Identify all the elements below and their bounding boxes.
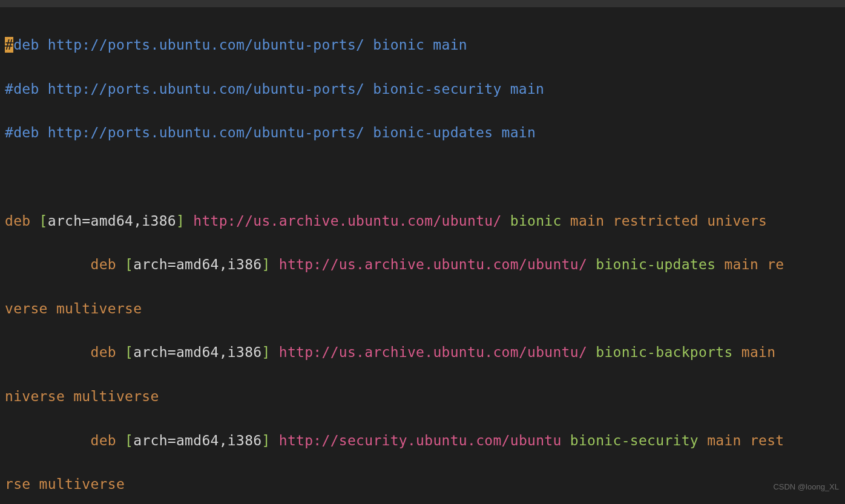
distro: bionic-security (570, 433, 699, 448)
repo-url: http://us.archive.ubuntu.com/ubuntu/ (279, 257, 587, 272)
deb-keyword: deb (90, 257, 116, 272)
space (562, 433, 570, 448)
arch-spec: arch=amd64,i386 (133, 433, 261, 448)
arch-spec: arch=amd64,i386 (48, 213, 176, 229)
cursor: # (5, 37, 13, 53)
blank-line (5, 166, 845, 188)
space (271, 433, 279, 448)
space (715, 257, 724, 272)
components: main re (724, 257, 784, 272)
repo-url: http://us.archive.ubuntu.com/ubuntu/ (279, 344, 587, 360)
bracket-open: [ (30, 213, 47, 229)
code-line: deb [arch=amd64,i386] http://us.archive.… (5, 254, 845, 275)
repo-url: http://security.ubuntu.com/ubuntu (279, 433, 562, 448)
arch-spec: arch=amd64,i386 (133, 257, 261, 272)
space (699, 433, 707, 448)
space (185, 213, 193, 229)
code-line: deb [arch=amd64,i386] http://security.ub… (5, 430, 845, 451)
comment-text: #deb http://ports.ubuntu.com/ubuntu-port… (5, 125, 536, 140)
space (271, 344, 279, 360)
bracket-close: ] (261, 344, 270, 360)
code-wrap: niverse multiverse (5, 385, 845, 407)
components: main (741, 344, 784, 360)
editor-viewport[interactable]: #deb http://ports.ubuntu.com/ubuntu-port… (0, 7, 845, 504)
comment-text: deb http://ports.ubuntu.com/ubuntu-ports… (13, 37, 467, 53)
space (502, 213, 510, 229)
space (587, 344, 596, 360)
code-line: #deb http://ports.ubuntu.com/ubuntu-port… (5, 78, 845, 100)
watermark: CSDN @loong_XL (773, 476, 839, 498)
space (562, 213, 570, 229)
components: rse multiverse (5, 476, 125, 492)
indent (5, 344, 90, 360)
bracket-open: [ (116, 433, 133, 448)
code-line: #deb http://ports.ubuntu.com/ubuntu-port… (5, 122, 845, 143)
window-topbar (0, 0, 845, 7)
bracket-close: ] (176, 213, 185, 229)
code-line: #deb http://ports.ubuntu.com/ubuntu-port… (5, 34, 845, 56)
deb-keyword: deb (90, 344, 116, 360)
code-line: deb [arch=amd64,i386] http://us.archive.… (5, 341, 845, 363)
bracket-open: [ (116, 257, 133, 272)
components: main rest (707, 433, 784, 448)
comment-text: #deb http://ports.ubuntu.com/ubuntu-port… (5, 81, 544, 97)
code-line: deb [arch=amd64,i386] http://us.archive.… (5, 210, 845, 232)
indent (5, 433, 90, 448)
space (733, 344, 741, 360)
arch-spec: arch=amd64,i386 (133, 344, 261, 360)
components: main restricted univers (570, 213, 767, 229)
components: verse multiverse (5, 301, 142, 316)
repo-url: http://us.archive.ubuntu.com/ubuntu/ (193, 213, 501, 229)
code-wrap: rse multiverse (5, 473, 845, 495)
bracket-close: ] (261, 257, 270, 272)
distro: bionic-updates (596, 257, 715, 272)
space (587, 257, 596, 272)
components: niverse multiverse (5, 388, 159, 404)
indent (5, 257, 90, 272)
distro: bionic (510, 213, 562, 229)
deb-keyword: deb (5, 213, 30, 229)
distro: bionic-backports (596, 344, 732, 360)
deb-keyword: deb (90, 433, 116, 448)
bracket-close: ] (261, 433, 270, 448)
code-wrap: verse multiverse (5, 298, 845, 319)
bracket-open: [ (116, 344, 133, 360)
space (271, 257, 279, 272)
